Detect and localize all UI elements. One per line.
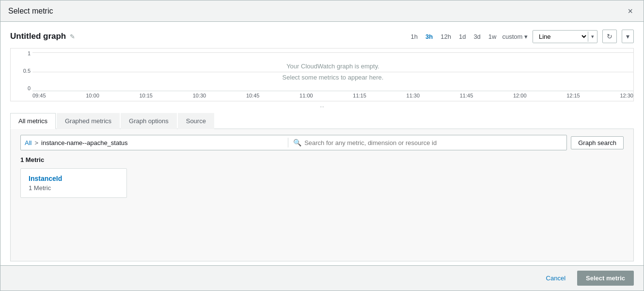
time-3d[interactable]: 3d bbox=[471, 32, 482, 41]
time-1h[interactable]: 1h bbox=[409, 32, 420, 41]
chart-y-axis: 1 0.5 0 bbox=[11, 48, 32, 91]
chart-expand[interactable]: ... bbox=[10, 101, 634, 109]
x-label-1145: 11:45 bbox=[460, 93, 473, 98]
modal-footer: Cancel Select metric bbox=[0, 265, 644, 291]
time-1w[interactable]: 1w bbox=[487, 32, 499, 41]
metric-card-title: InstanceId bbox=[29, 175, 119, 182]
y-label-0: 0 bbox=[28, 85, 31, 91]
tabs-bar: All metrics Graphed metrics Graph option… bbox=[10, 113, 634, 129]
time-3h[interactable]: 3h bbox=[424, 32, 435, 41]
x-label-1030: 10:30 bbox=[193, 93, 206, 98]
modal-body: Untitled graph ✎ 1h 3h 12h 1d 3d 1w cust… bbox=[0, 22, 644, 265]
x-label-1200: 12:00 bbox=[513, 93, 527, 98]
graph-header: Untitled graph ✎ 1h 3h 12h 1d 3d 1w cust… bbox=[10, 30, 634, 43]
modal-header: Select metric × bbox=[0, 0, 644, 22]
tab-graph-options[interactable]: Graph options bbox=[121, 113, 177, 129]
grid-line-top bbox=[32, 52, 633, 53]
edit-icon[interactable]: ✎ bbox=[70, 33, 75, 40]
outer-search-row: All > instance-name--apache_status 🔍 Gra… bbox=[20, 135, 624, 150]
x-label-0945: 09:45 bbox=[32, 93, 46, 98]
x-label-1115: 11:15 bbox=[353, 93, 366, 98]
chart-area: 1 0.5 0 Your CloudWatch graph is empty. … bbox=[10, 48, 634, 101]
graph-section: Untitled graph ✎ 1h 3h 12h 1d 3d 1w cust… bbox=[0, 22, 644, 113]
close-button[interactable]: × bbox=[625, 6, 636, 16]
empty-line-2: Select some metrics to appear here. bbox=[283, 72, 384, 83]
content-area: All metrics Graphed metrics Graph option… bbox=[0, 113, 644, 265]
metrics-content: All > instance-name--apache_status 🔍 Gra… bbox=[10, 129, 634, 261]
x-label-1100: 11:00 bbox=[299, 93, 313, 98]
cancel-button[interactable]: Cancel bbox=[539, 272, 572, 285]
modal-title: Select metric bbox=[8, 7, 53, 16]
metric-card-count: 1 Metric bbox=[29, 184, 119, 192]
empty-line-1: Your CloudWatch graph is empty. bbox=[283, 60, 384, 71]
metric-card[interactable]: InstanceId 1 Metric bbox=[20, 168, 127, 198]
graph-title: Untitled graph bbox=[10, 32, 66, 41]
breadcrumb-bar: All > instance-name--apache_status bbox=[25, 139, 283, 146]
y-label-1: 1 bbox=[28, 50, 31, 56]
x-label-1215: 12:15 bbox=[566, 93, 580, 98]
modal-container: Select metric × Untitled graph ✎ 1h 3h 1… bbox=[0, 0, 644, 291]
search-input[interactable] bbox=[304, 139, 563, 146]
refresh-button[interactable]: ↻ bbox=[602, 30, 617, 43]
tab-source[interactable]: Source bbox=[178, 113, 214, 129]
time-custom[interactable]: custom ▾ bbox=[502, 33, 528, 40]
breadcrumb-search-wrapper: All > instance-name--apache_status 🔍 bbox=[20, 135, 567, 150]
breadcrumb-separator: > bbox=[34, 139, 38, 146]
x-label-1000: 10:00 bbox=[86, 93, 99, 98]
search-divider bbox=[288, 138, 288, 147]
graph-type-dropdown[interactable]: Line Stacked area Number bbox=[533, 31, 588, 43]
tab-graphed-metrics[interactable]: Graphed metrics bbox=[57, 113, 120, 129]
time-12h[interactable]: 12h bbox=[439, 32, 453, 41]
graph-title-area: Untitled graph ✎ bbox=[10, 32, 75, 41]
more-options-button[interactable]: ▾ bbox=[622, 30, 634, 43]
metrics-count: 1 Metric bbox=[20, 156, 624, 163]
chart-x-axis: 09:45 10:00 10:15 10:30 10:45 11:00 11:1… bbox=[32, 91, 633, 98]
x-label-1230: 12:30 bbox=[620, 93, 633, 98]
x-label-1045: 10:45 bbox=[246, 93, 260, 98]
time-options: 1h 3h 12h 1d 3d 1w custom ▾ bbox=[409, 32, 528, 41]
tab-all-metrics[interactable]: All metrics bbox=[10, 113, 56, 129]
graph-search-button[interactable]: Graph search bbox=[571, 136, 624, 149]
x-label-1015: 10:15 bbox=[139, 93, 153, 98]
time-controls: 1h 3h 12h 1d 3d 1w custom ▾ Line Stacked… bbox=[409, 30, 634, 43]
search-icon: 🔍 bbox=[293, 139, 301, 146]
tabs-wrapper: All metrics Graphed metrics Graph option… bbox=[0, 113, 644, 129]
y-label-05: 0.5 bbox=[23, 68, 31, 74]
x-label-1130: 11:30 bbox=[407, 93, 420, 98]
graph-type-select: Line Stacked area Number ▾ bbox=[533, 30, 597, 43]
breadcrumb-item: instance-name--apache_status bbox=[41, 139, 128, 146]
time-1d[interactable]: 1d bbox=[457, 32, 468, 41]
breadcrumb-all[interactable]: All bbox=[25, 139, 31, 146]
chart-empty-message: Your CloudWatch graph is empty. Select s… bbox=[283, 60, 384, 83]
graph-type-arrow-icon[interactable]: ▾ bbox=[588, 32, 597, 42]
chart-content: Your CloudWatch graph is empty. Select s… bbox=[32, 52, 633, 91]
select-metric-button[interactable]: Select metric bbox=[577, 271, 634, 286]
